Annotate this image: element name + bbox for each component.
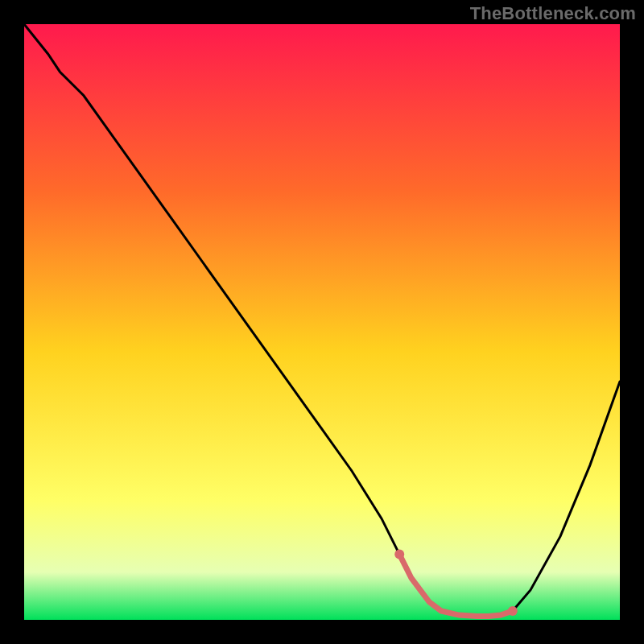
plot-area bbox=[24, 24, 620, 620]
chart-svg bbox=[24, 24, 620, 620]
watermark-text: TheBottleneck.com bbox=[470, 3, 636, 24]
highlight-dot bbox=[394, 550, 404, 559]
gradient-background bbox=[24, 24, 620, 620]
highlight-dot bbox=[508, 606, 518, 616]
chart-frame: TheBottleneck.com bbox=[0, 0, 644, 644]
